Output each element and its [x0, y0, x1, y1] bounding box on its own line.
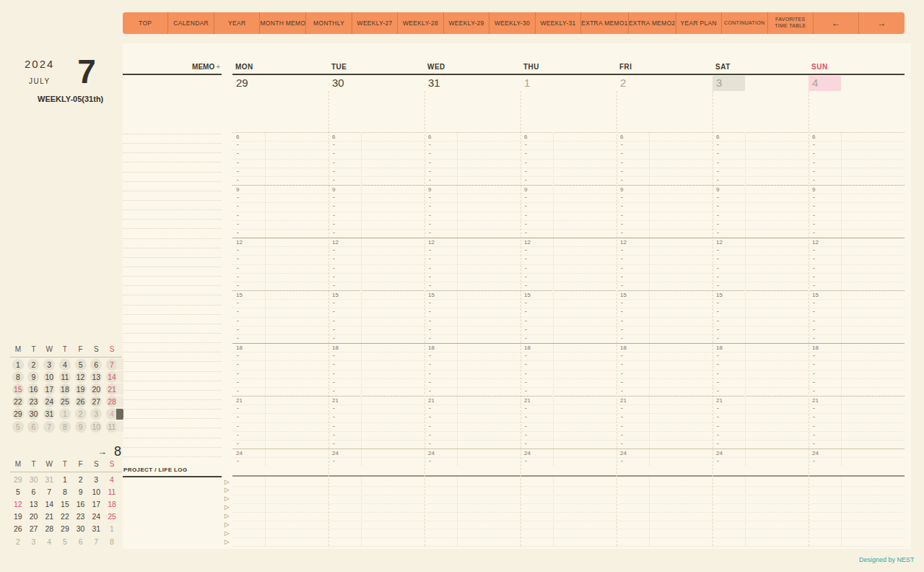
mini-cal-date[interactable]: 6: [26, 420, 42, 433]
day-header-wed[interactable]: WED: [427, 63, 445, 71]
day-header-sun[interactable]: SUN: [811, 63, 828, 71]
mini-cal-date[interactable]: 4: [41, 535, 57, 547]
mini-cal-date[interactable]: 29: [57, 523, 73, 535]
mini-cal-date[interactable]: 8: [10, 370, 26, 383]
mini-cal-date[interactable]: 16: [26, 383, 42, 395]
mini-cal-date[interactable]: 19: [73, 383, 89, 395]
mini-cal-date[interactable]: 31: [41, 473, 57, 485]
mini-cal-date[interactable]: 8: [57, 420, 73, 433]
mini-cal-date[interactable]: 18: [104, 498, 120, 510]
mini-cal-date[interactable]: 8: [104, 535, 120, 547]
mini-cal-date[interactable]: 4: [104, 473, 120, 485]
day-header-sat[interactable]: SAT: [715, 63, 731, 71]
nav-tab-month-memo[interactable]: MONTH MEMO: [259, 12, 305, 34]
nav-tab-continuation[interactable]: CONTINUATION: [721, 12, 767, 34]
mini-cal-date[interactable]: 30: [26, 408, 42, 420]
mini-cal-date[interactable]: 9: [73, 485, 89, 498]
mini-cal-date[interactable]: 7: [41, 485, 57, 498]
memo-plus-icon[interactable]: +: [216, 63, 220, 71]
nav-tab-favorites-time-table[interactable]: FAVORITESTIME TABLE: [767, 12, 813, 34]
mini-cal-date[interactable]: 24: [41, 396, 57, 408]
mini-cal-date[interactable]: 17: [88, 498, 104, 510]
mini-cal-date[interactable]: 29: [10, 408, 26, 420]
mini-cal-date[interactable]: 5: [73, 358, 89, 370]
nav-prev-arrow[interactable]: ←: [813, 12, 858, 34]
mini-cal-date[interactable]: 4: [57, 358, 73, 370]
mini-cal-date[interactable]: 6: [88, 358, 104, 370]
nav-tab-year[interactable]: YEAR: [214, 12, 259, 34]
mini-cal-date[interactable]: 1: [57, 408, 73, 420]
mini-cal-date[interactable]: 17: [41, 383, 57, 395]
mini-cal-date[interactable]: 11: [104, 485, 120, 498]
mini-cal-date[interactable]: 2: [26, 358, 42, 370]
mini-cal-date[interactable]: 16: [73, 498, 89, 510]
mini-cal-date[interactable]: 3: [26, 535, 42, 547]
nav-tab-weekly-29[interactable]: WEEKLY-29: [443, 12, 489, 34]
mini-cal-date[interactable]: 25: [104, 511, 120, 523]
mini-cal-date[interactable]: 9: [73, 420, 89, 433]
mini-cal-date[interactable]: 24: [88, 511, 104, 523]
nav-tab-monthly[interactable]: MONTHLY: [305, 12, 351, 34]
mini-cal-date[interactable]: 1: [57, 473, 73, 485]
mini-cal-date[interactable]: 26: [10, 523, 26, 535]
mini-cal-date[interactable]: 26: [73, 396, 89, 408]
mini-cal-date[interactable]: 5: [57, 535, 73, 547]
mini-cal-date[interactable]: 30: [73, 523, 89, 535]
mini-cal-date[interactable]: 20: [26, 511, 42, 523]
nav-tab-weekly-28[interactable]: WEEKLY-28: [397, 12, 443, 34]
mini-cal-date[interactable]: 7: [41, 420, 57, 433]
week-marker[interactable]: [116, 421, 123, 432]
mini-cal-date[interactable]: 3: [88, 473, 104, 485]
mini-cal-date[interactable]: 23: [26, 396, 42, 408]
mini-cal-date[interactable]: 30: [26, 473, 42, 485]
mini-cal-date[interactable]: 15: [57, 498, 73, 510]
mini-cal-date[interactable]: 20: [88, 383, 104, 395]
mini-cal-date[interactable]: 13: [26, 498, 42, 510]
day-header-tue[interactable]: TUE: [331, 63, 347, 71]
nav-tab-weekly-30[interactable]: WEEKLY-30: [489, 12, 534, 34]
mini-cal-date[interactable]: 10: [41, 370, 57, 383]
mini-cal-date[interactable]: 25: [57, 396, 73, 408]
mini-cal-date[interactable]: 7: [88, 535, 104, 547]
mini-cal-date[interactable]: 3: [88, 408, 104, 420]
mini-cal-date[interactable]: 23: [73, 511, 89, 523]
mini-cal-date[interactable]: 1: [104, 523, 120, 535]
day-header-thu[interactable]: THU: [523, 63, 539, 71]
mini-cal-date[interactable]: 22: [57, 511, 73, 523]
mini-cal-date[interactable]: 29: [10, 473, 26, 485]
nav-tab-weekly-27[interactable]: WEEKLY-27: [352, 12, 397, 34]
mini-cal-date[interactable]: 31: [41, 408, 57, 420]
mini-cal-date[interactable]: 3: [41, 358, 57, 370]
mini-cal-date[interactable]: 15: [10, 383, 26, 395]
week-marker[interactable]: [116, 396, 123, 407]
mini-cal-date[interactable]: 19: [10, 511, 26, 523]
mini-cal-date[interactable]: 6: [26, 485, 42, 498]
nav-tab-extra-memo1[interactable]: EXTRA MEMO1: [580, 12, 628, 34]
mini-cal-date[interactable]: 8: [57, 485, 73, 498]
mini-cal-date[interactable]: 5: [10, 485, 26, 498]
nav-tab-weekly-31[interactable]: WEEKLY-31: [535, 12, 580, 34]
mini-cal-date[interactable]: 10: [88, 485, 104, 498]
mini-cal-date[interactable]: 22: [10, 396, 26, 408]
nav-tab-year-plan[interactable]: YEAR PLAN: [676, 12, 721, 34]
mini-cal-date[interactable]: 5: [10, 420, 26, 433]
mini-cal-date[interactable]: 2: [10, 535, 26, 547]
mini-cal-date[interactable]: 31: [88, 523, 104, 535]
nav-next-arrow[interactable]: →: [858, 12, 904, 34]
mini-cal-date[interactable]: 11: [57, 370, 73, 383]
mini-cal-date[interactable]: 21: [41, 511, 57, 523]
day-header-mon[interactable]: MON: [235, 63, 253, 71]
mini-cal-date[interactable]: 12: [73, 370, 89, 383]
mini-cal-date[interactable]: 13: [88, 370, 104, 383]
week-marker[interactable]: [116, 359, 123, 370]
mini-cal-date[interactable]: 2: [73, 408, 89, 420]
mini-cal-date[interactable]: 27: [88, 396, 104, 408]
day-header-fri[interactable]: FRI: [619, 63, 632, 71]
nav-tab-calendar[interactable]: CALENDAR: [167, 12, 213, 34]
mini-cal-date[interactable]: 10: [88, 420, 104, 433]
mini-cal-date[interactable]: 27: [26, 523, 42, 535]
mini-cal-date[interactable]: 6: [73, 535, 89, 547]
mini-cal-date[interactable]: 1: [10, 358, 26, 370]
next-month-arrow[interactable]: →: [97, 446, 107, 457]
mini-cal-date[interactable]: 12: [10, 498, 26, 510]
